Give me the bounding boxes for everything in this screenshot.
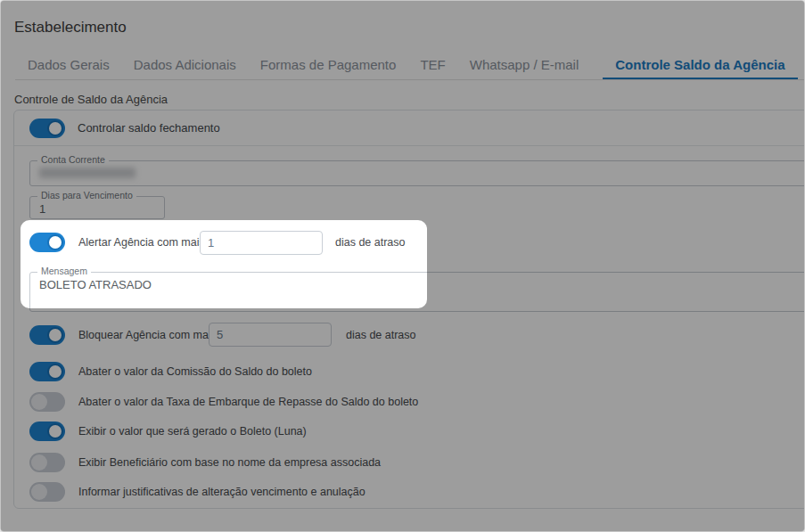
- toggle-knob: [47, 423, 63, 439]
- tab-dados-adicionais[interactable]: Dados Adicionais: [134, 57, 236, 80]
- conta-corrente-field[interactable]: Conta Corrente: [29, 160, 805, 186]
- tab-whatsapp-email[interactable]: Whatsapp / E-mail: [470, 57, 579, 80]
- informar-justificativas-toggle[interactable]: [29, 482, 65, 502]
- panel-body: Conta Corrente Dias para Vencimento 1 Al…: [14, 160, 805, 502]
- toggle-row: Abater o valor da Taxa de Embarque de Re…: [29, 392, 805, 412]
- controlar-saldo-fechamento-toggle[interactable]: [29, 119, 65, 138]
- alertar-dias-input[interactable]: [200, 231, 323, 255]
- bloquear-dias-suffix: dias de atraso: [346, 329, 416, 341]
- tab-bar: Dados Gerais Dados Adicionais Formas de …: [28, 53, 798, 80]
- alertar-agencia-toggle[interactable]: [29, 233, 65, 252]
- toggle-knob: [31, 484, 47, 500]
- conta-corrente-label: Conta Corrente: [37, 154, 109, 165]
- toggle-row: Exibir o valor que será gerado o Boleto …: [29, 422, 805, 441]
- toggle-knob: [47, 327, 63, 343]
- tab-controle-saldo-agencia[interactable]: Controle Saldo da Agência: [603, 57, 797, 80]
- panel-header-row: Controlar saldo fechamento: [14, 110, 805, 146]
- tab-formas-de-pagamento[interactable]: Formas de Pagamento: [260, 57, 397, 80]
- page-title: Estabelecimento: [14, 19, 127, 37]
- exibir-valor-boleto-toggle[interactable]: [29, 422, 65, 441]
- abater-comissao-toggle[interactable]: [29, 362, 65, 381]
- toggle-knob: [31, 454, 47, 471]
- mensagem-field[interactable]: Mensagem BOLETO ATRASADO: [29, 272, 805, 312]
- informar-justificativas-label: Informar justificativas de alteração ven…: [78, 486, 366, 498]
- tab-tef[interactable]: TEF: [420, 57, 445, 80]
- abater-taxa-embarque-label: Abater o valor da Taxa de Embarque de Re…: [78, 396, 418, 408]
- abater-taxa-embarque-toggle[interactable]: [29, 392, 65, 412]
- conta-corrente-redacted-value: [39, 168, 136, 178]
- toggle-row: Informar justificativas de alteração ven…: [29, 482, 805, 502]
- toggle-knob: [47, 364, 63, 380]
- toggle-knob: [47, 234, 63, 250]
- alertar-dias-suffix: dias de atraso: [335, 236, 406, 249]
- toggle-knob: [31, 394, 47, 410]
- toggle-knob: [47, 120, 63, 136]
- bloquear-agencia-toggle[interactable]: [29, 325, 65, 345]
- mensagem-value: BOLETO ATRASADO: [30, 273, 805, 291]
- controlar-saldo-fechamento-label: Controlar saldo fechamento: [78, 121, 220, 135]
- agency-balance-control-panel: Controlar saldo fechamento Conta Corrent…: [13, 110, 805, 509]
- tab-dados-gerais[interactable]: Dados Gerais: [28, 57, 110, 80]
- dias-para-vencimento-label: Dias para Vencimento: [37, 190, 136, 201]
- mensagem-label: Mensagem: [37, 266, 91, 276]
- dias-para-vencimento-field[interactable]: Dias para Vencimento 1: [29, 196, 165, 219]
- block-agency-row: Bloquear Agência com mais de dias de atr…: [29, 323, 805, 347]
- exibir-beneficiario-toggle[interactable]: [29, 453, 65, 472]
- alert-agency-row: Alertar Agência com mais de dias de atra…: [29, 230, 805, 255]
- exibir-beneficiario-label: Exibir Beneficiário com base no nome da …: [78, 456, 381, 469]
- exibir-valor-boleto-label: Exibir o valor que será gerado o Boleto …: [78, 425, 307, 438]
- abater-comissao-label: Abater o valor da Comissão do Saldo do b…: [78, 365, 312, 378]
- establishment-settings-page: Estabelecimento Dados Gerais Dados Adici…: [0, 0, 805, 532]
- section-heading: Controle de Saldo da Agência: [14, 93, 168, 106]
- toggle-row: Exibir Beneficiário com base no nome da …: [29, 453, 805, 472]
- tab-bar-divider: [15, 79, 805, 80]
- bloquear-dias-input[interactable]: [209, 323, 332, 347]
- toggle-row: Abater o valor da Comissão do Saldo do b…: [29, 362, 805, 381]
